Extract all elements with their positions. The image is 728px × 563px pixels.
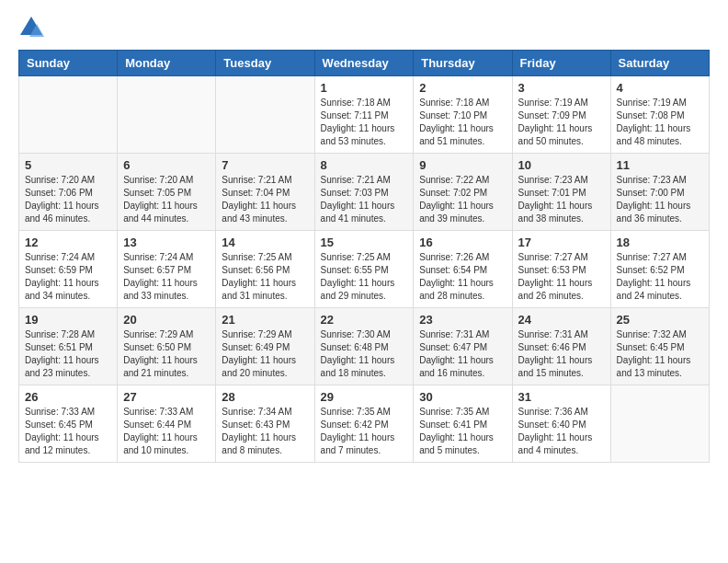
day-info: Sunrise: 7:25 AMSunset: 6:56 PMDaylight:…: [222, 251, 308, 303]
day-info: Sunrise: 7:18 AMSunset: 7:11 PMDaylight:…: [321, 97, 408, 148]
calendar-cell: 4Sunrise: 7:19 AMSunset: 7:08 PMDaylight…: [610, 76, 709, 154]
day-info: Sunrise: 7:27 AMSunset: 6:53 PMDaylight:…: [518, 251, 605, 303]
day-info: Sunrise: 7:24 AMSunset: 6:57 PMDaylight:…: [123, 251, 210, 303]
day-info: Sunrise: 7:28 AMSunset: 6:51 PMDaylight:…: [25, 328, 111, 380]
day-info: Sunrise: 7:22 AMSunset: 7:02 PMDaylight:…: [419, 174, 506, 225]
calendar-cell: 10Sunrise: 7:23 AMSunset: 7:01 PMDayligh…: [512, 154, 610, 231]
weekday-header-row: SundayMondayTuesdayWednesdayThursdayFrid…: [19, 51, 710, 76]
calendar-cell: 28Sunrise: 7:34 AMSunset: 6:43 PMDayligh…: [216, 385, 314, 463]
logo: [18, 15, 48, 40]
day-number: 19: [25, 313, 111, 327]
calendar-cell: [216, 76, 314, 154]
calendar-week-row: 26Sunrise: 7:33 AMSunset: 6:45 PMDayligh…: [19, 385, 710, 463]
calendar-cell: 19Sunrise: 7:28 AMSunset: 6:51 PMDayligh…: [19, 308, 118, 385]
day-number: 28: [222, 390, 308, 404]
calendar-cell: 1Sunrise: 7:18 AMSunset: 7:11 PMDaylight…: [314, 76, 414, 154]
weekday-header: Sunday: [19, 51, 118, 76]
day-info: Sunrise: 7:29 AMSunset: 6:49 PMDaylight:…: [222, 328, 308, 380]
calendar-cell: 30Sunrise: 7:35 AMSunset: 6:41 PMDayligh…: [414, 385, 512, 463]
calendar-cell: 6Sunrise: 7:20 AMSunset: 7:05 PMDaylight…: [118, 154, 216, 231]
day-info: Sunrise: 7:18 AMSunset: 7:10 PMDaylight:…: [419, 97, 506, 148]
calendar-cell: 13Sunrise: 7:24 AMSunset: 6:57 PMDayligh…: [118, 231, 216, 308]
calendar-cell: 17Sunrise: 7:27 AMSunset: 6:53 PMDayligh…: [512, 231, 610, 308]
calendar-cell: 20Sunrise: 7:29 AMSunset: 6:50 PMDayligh…: [118, 308, 216, 385]
weekday-header: Friday: [512, 51, 610, 76]
day-number: 31: [518, 390, 605, 404]
day-info: Sunrise: 7:35 AMSunset: 6:42 PMDaylight:…: [321, 406, 408, 457]
day-number: 17: [518, 236, 605, 249]
calendar-cell: 22Sunrise: 7:30 AMSunset: 6:48 PMDayligh…: [314, 308, 414, 385]
day-number: 14: [222, 236, 308, 249]
day-info: Sunrise: 7:36 AMSunset: 6:40 PMDaylight:…: [518, 406, 605, 457]
day-number: 23: [419, 313, 506, 327]
calendar-cell: 14Sunrise: 7:25 AMSunset: 6:56 PMDayligh…: [216, 231, 314, 308]
day-number: 6: [123, 158, 210, 172]
day-number: 22: [321, 313, 408, 327]
calendar-cell: 26Sunrise: 7:33 AMSunset: 6:45 PMDayligh…: [19, 385, 118, 463]
day-info: Sunrise: 7:20 AMSunset: 7:05 PMDaylight:…: [123, 174, 210, 225]
day-number: 3: [518, 81, 605, 95]
calendar-cell: 3Sunrise: 7:19 AMSunset: 7:09 PMDaylight…: [512, 76, 610, 154]
day-info: Sunrise: 7:20 AMSunset: 7:06 PMDaylight:…: [25, 174, 111, 225]
day-number: 16: [419, 236, 506, 249]
calendar-cell: 11Sunrise: 7:23 AMSunset: 7:00 PMDayligh…: [610, 154, 709, 231]
calendar-cell: 23Sunrise: 7:31 AMSunset: 6:47 PMDayligh…: [414, 308, 512, 385]
day-info: Sunrise: 7:34 AMSunset: 6:43 PMDaylight:…: [222, 406, 308, 457]
day-info: Sunrise: 7:35 AMSunset: 6:41 PMDaylight:…: [419, 406, 506, 457]
calendar-cell: 27Sunrise: 7:33 AMSunset: 6:44 PMDayligh…: [118, 385, 216, 463]
calendar-cell: [610, 385, 709, 463]
calendar-cell: 24Sunrise: 7:31 AMSunset: 6:46 PMDayligh…: [512, 308, 610, 385]
day-info: Sunrise: 7:23 AMSunset: 7:00 PMDaylight:…: [617, 174, 703, 225]
day-number: 21: [222, 313, 308, 327]
day-number: 8: [321, 158, 408, 172]
day-info: Sunrise: 7:23 AMSunset: 7:01 PMDaylight:…: [518, 174, 605, 225]
day-number: 27: [123, 390, 210, 404]
day-info: Sunrise: 7:24 AMSunset: 6:59 PMDaylight:…: [25, 251, 111, 303]
day-info: Sunrise: 7:19 AMSunset: 7:09 PMDaylight:…: [518, 97, 605, 148]
day-number: 1: [321, 81, 408, 95]
calendar-cell: 7Sunrise: 7:21 AMSunset: 7:04 PMDaylight…: [216, 154, 314, 231]
calendar-cell: 2Sunrise: 7:18 AMSunset: 7:10 PMDaylight…: [414, 76, 512, 154]
day-info: Sunrise: 7:33 AMSunset: 6:44 PMDaylight:…: [123, 406, 210, 457]
calendar-cell: [19, 76, 118, 154]
day-number: 13: [123, 236, 210, 249]
weekday-header: Thursday: [414, 51, 512, 76]
calendar-week-row: 12Sunrise: 7:24 AMSunset: 6:59 PMDayligh…: [19, 231, 710, 308]
day-info: Sunrise: 7:21 AMSunset: 7:03 PMDaylight:…: [321, 174, 408, 225]
day-info: Sunrise: 7:27 AMSunset: 6:52 PMDaylight:…: [617, 251, 703, 303]
page: SundayMondayTuesdayWednesdayThursdayFrid…: [0, 0, 728, 563]
calendar-cell: 15Sunrise: 7:25 AMSunset: 6:55 PMDayligh…: [314, 231, 414, 308]
weekday-header: Wednesday: [314, 51, 414, 76]
day-number: 2: [419, 81, 506, 95]
calendar-week-row: 5Sunrise: 7:20 AMSunset: 7:06 PMDaylight…: [19, 154, 710, 231]
day-info: Sunrise: 7:31 AMSunset: 6:46 PMDaylight:…: [518, 328, 605, 380]
weekday-header: Saturday: [610, 51, 709, 76]
calendar-cell: 18Sunrise: 7:27 AMSunset: 6:52 PMDayligh…: [610, 231, 709, 308]
calendar-cell: [118, 76, 216, 154]
weekday-header: Monday: [118, 51, 216, 76]
day-info: Sunrise: 7:33 AMSunset: 6:45 PMDaylight:…: [25, 406, 111, 457]
day-info: Sunrise: 7:26 AMSunset: 6:54 PMDaylight:…: [419, 251, 506, 303]
day-number: 15: [321, 236, 408, 249]
calendar-cell: 8Sunrise: 7:21 AMSunset: 7:03 PMDaylight…: [314, 154, 414, 231]
calendar: SundayMondayTuesdayWednesdayThursdayFrid…: [18, 50, 710, 463]
calendar-cell: 31Sunrise: 7:36 AMSunset: 6:40 PMDayligh…: [512, 385, 610, 463]
day-info: Sunrise: 7:31 AMSunset: 6:47 PMDaylight:…: [419, 328, 506, 380]
calendar-cell: 9Sunrise: 7:22 AMSunset: 7:02 PMDaylight…: [414, 154, 512, 231]
day-number: 7: [222, 158, 308, 172]
day-number: 20: [123, 313, 210, 327]
day-info: Sunrise: 7:21 AMSunset: 7:04 PMDaylight:…: [222, 174, 308, 225]
calendar-cell: 16Sunrise: 7:26 AMSunset: 6:54 PMDayligh…: [414, 231, 512, 308]
day-number: 12: [25, 236, 111, 249]
day-info: Sunrise: 7:29 AMSunset: 6:50 PMDaylight:…: [123, 328, 210, 380]
calendar-cell: 12Sunrise: 7:24 AMSunset: 6:59 PMDayligh…: [19, 231, 118, 308]
calendar-week-row: 19Sunrise: 7:28 AMSunset: 6:51 PMDayligh…: [19, 308, 710, 385]
day-number: 24: [518, 313, 605, 327]
day-info: Sunrise: 7:32 AMSunset: 6:45 PMDaylight:…: [617, 328, 703, 380]
logo-icon: [18, 15, 44, 40]
calendar-cell: 21Sunrise: 7:29 AMSunset: 6:49 PMDayligh…: [216, 308, 314, 385]
calendar-cell: 29Sunrise: 7:35 AMSunset: 6:42 PMDayligh…: [314, 385, 414, 463]
day-number: 18: [617, 236, 703, 249]
day-number: 30: [419, 390, 506, 404]
day-info: Sunrise: 7:30 AMSunset: 6:48 PMDaylight:…: [321, 328, 408, 380]
